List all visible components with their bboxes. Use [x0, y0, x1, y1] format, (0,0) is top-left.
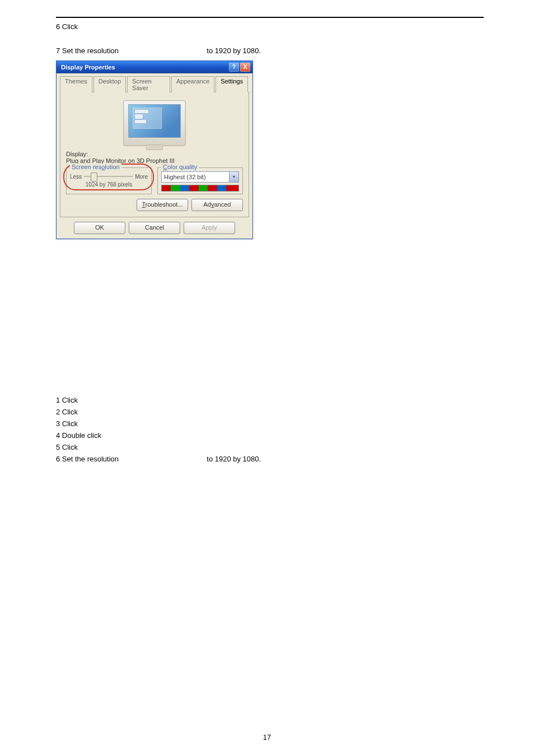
display-properties-dialog: Display Properties ? X Themes Desktop Sc… [56, 60, 253, 239]
step-7: 7 Set the resolution to 1920 by 1080. [56, 46, 484, 55]
titlebar-title: Display Properties [61, 64, 228, 71]
color-quality-legend: Color quality [161, 164, 199, 170]
screen-resolution-group: Screen resolution Less More 1024 by 7 [66, 167, 152, 194]
tab-appearance[interactable]: Appearance [171, 76, 214, 92]
lower-step-list: 1 Click 2 Click 3 Click 4 Double click 5… [56, 396, 484, 463]
tab-settings[interactable]: Settings [216, 76, 248, 92]
resolution-value: 1024 by 768 pixels [70, 181, 148, 188]
color-bar [161, 185, 239, 192]
settings-panel: Display: Plug and Play Monitor on 3D Pro… [60, 92, 249, 217]
top-rule [56, 17, 484, 18]
combo-dropdown-icon[interactable]: ▾ [229, 172, 238, 182]
res-legend-suf: lution [105, 164, 119, 170]
advanced-button[interactable]: Advanced [191, 199, 243, 211]
cq-legend-u: C [163, 164, 167, 170]
step-7-prefix: 7 Set the resolution [56, 46, 119, 55]
lower-step-6: 6 Set the resolution to 1920 by 1080. [56, 455, 484, 463]
tabs: Themes Desktop Screen Saver Appearance S… [60, 76, 249, 92]
color-quality-value: Highest (32 bit) [162, 174, 229, 180]
monitor-preview [115, 100, 194, 146]
help-button[interactable]: ? [229, 63, 239, 72]
display-label: Display: [66, 151, 243, 157]
adv-pre: Ad [204, 201, 211, 208]
troubleshoot-rest: roubleshoot... [146, 201, 183, 208]
cq-legend-suf: olor quality [167, 164, 197, 170]
lower-step-4: 4 Double click [56, 431, 484, 440]
step-7-suffix: to 1920 by 1080. [207, 46, 261, 55]
lower-step-5: 5 Click [56, 443, 484, 451]
tab-themes[interactable]: Themes [60, 76, 92, 92]
step-6: 6 Click [56, 22, 484, 31]
lower-step-1: 1 Click [56, 396, 484, 404]
color-quality-group: Color quality Highest (32 bit) ▾ [157, 167, 243, 194]
lower-step-6-prefix: 6 Set the resolution [56, 455, 119, 463]
tab-desktop[interactable]: Desktop [93, 76, 126, 92]
resolution-legend: Screen resolution [70, 164, 121, 170]
color-quality-combo[interactable]: Highest (32 bit) ▾ [161, 171, 239, 183]
more-label: More [135, 174, 148, 180]
res-legend-pre: Screen res [72, 164, 101, 170]
close-button[interactable]: X [240, 63, 250, 72]
less-label: Less [70, 174, 82, 180]
tab-screensaver[interactable]: Screen Saver [127, 76, 170, 92]
lower-step-2: 2 Click [56, 408, 484, 416]
resolution-slider[interactable] [84, 172, 133, 180]
titlebar[interactable]: Display Properties ? X [57, 61, 252, 73]
ok-button[interactable]: OK [74, 222, 125, 234]
lower-step-3: 3 Click [56, 419, 484, 428]
lower-step-6-suffix: to 1920 by 1080. [207, 455, 261, 463]
adv-post: anced [214, 201, 231, 208]
apply-button[interactable]: Apply [184, 222, 235, 234]
page-number: 17 [0, 733, 534, 741]
cancel-button[interactable]: Cancel [129, 222, 180, 234]
troubleshoot-button[interactable]: Troubleshoot... [137, 199, 188, 211]
